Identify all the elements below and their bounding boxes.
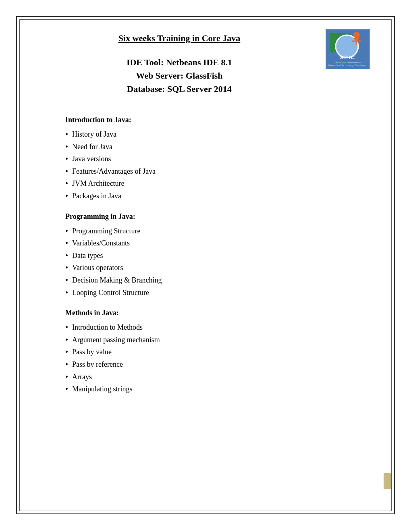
section-intro: Introduction to Java:History of JavaNeed…	[65, 116, 370, 202]
document-border: Six weeks Training in Core Java IDE Tool…	[16, 16, 395, 514]
list-item: Pass by reference	[65, 358, 370, 371]
main-title: Six weeks Training in Core Java	[41, 33, 318, 44]
bullet-list-intro: History of JavaNeed for JavaJava version…	[65, 128, 370, 202]
list-item: Data types	[65, 249, 370, 262]
svg-text:Information Technology, Chandi: Information Technology, Chandigarh	[328, 64, 367, 66]
list-item: Java versions	[65, 153, 370, 165]
section-heading-programming: Programming in Java:	[65, 212, 370, 221]
page: Six weeks Training in Core Java IDE Tool…	[0, 0, 411, 532]
title-section: Six weeks Training in Core Java IDE Tool…	[41, 29, 326, 108]
list-item: JVM Architecture	[65, 177, 370, 190]
meta-info: IDE Tool: Netbeans IDE 8.1 Web Server: G…	[41, 56, 318, 96]
svg-text:Society for Promotion of: Society for Promotion of	[335, 61, 361, 64]
spic-logo-svg: SPiC Society for Promotion of Informatio…	[328, 31, 368, 67]
list-item: Introduction to Methods	[65, 321, 370, 334]
list-item: Variables/Constants	[65, 237, 370, 249]
section-heading-intro: Introduction to Java:	[65, 116, 370, 124]
list-item: Decision Making & Branching	[65, 274, 370, 287]
logo-box: SPiC Society for Promotion of Informatio…	[326, 29, 370, 69]
list-item: Features/Advantages of Java	[65, 165, 370, 178]
list-item: Arrays	[65, 371, 370, 383]
ide-tool-line: IDE Tool: Netbeans IDE 8.1	[41, 56, 318, 69]
list-item: Manipulating strings	[65, 383, 370, 395]
list-item: Packages in Java	[65, 190, 370, 202]
header-area: Six weeks Training in Core Java IDE Tool…	[41, 29, 370, 108]
list-item: Various operators	[65, 262, 370, 274]
section-heading-methods: Methods in Java:	[65, 309, 370, 317]
section-methods: Methods in Java:Introduction to MethodsA…	[65, 309, 370, 395]
sections-container: Introduction to Java:History of JavaNeed…	[41, 116, 370, 395]
bullet-list-methods: Introduction to MethodsArgument passing …	[65, 321, 370, 395]
list-item: Looping Control Structure	[65, 287, 370, 299]
list-item: History of Java	[65, 128, 370, 141]
bullet-list-programming: Programming StructureVariables/Constants…	[65, 225, 370, 299]
svg-text:SPiC: SPiC	[340, 54, 355, 60]
database-line: Database: SQL Server 2014	[41, 82, 318, 96]
svg-point-3	[353, 32, 360, 38]
web-server-line: Web Server: GlassFish	[41, 69, 318, 82]
list-item: Programming Structure	[65, 225, 370, 237]
list-item: Argument passing mechanism	[65, 334, 370, 346]
list-item: Need for Java	[65, 141, 370, 153]
section-programming: Programming in Java:Programming Structur…	[65, 212, 370, 299]
list-item: Pass by value	[65, 346, 370, 358]
scrollbar-indicator	[384, 473, 391, 489]
